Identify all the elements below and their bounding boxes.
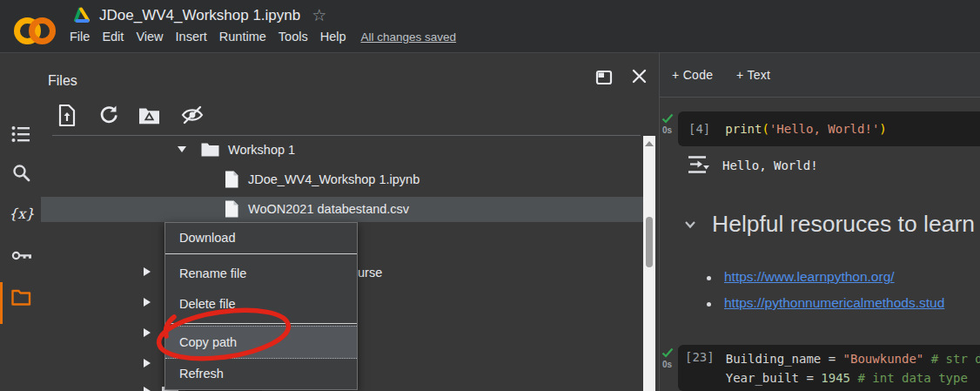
cell-gutter: 0s xyxy=(660,111,679,146)
menu-tools[interactable]: Tools xyxy=(279,30,308,44)
menu-bar: File Edit View Insert Runtime Tools Help… xyxy=(70,30,456,44)
token-plain: Building_name = xyxy=(726,352,843,366)
expand-arrow-icon[interactable] xyxy=(144,359,151,367)
token-paren: ( xyxy=(762,122,769,136)
code-line: Area = 14847.0 # float data type xyxy=(726,388,980,391)
section-collapse-chevron-icon[interactable] xyxy=(684,220,696,229)
notebook-title[interactable]: JDoe_WV4_Workshop 1.ipynb xyxy=(99,7,300,24)
check-icon xyxy=(661,347,674,358)
drive-icon xyxy=(73,7,91,24)
cell-gutter: 0s xyxy=(660,346,679,391)
code-block[interactable]: Building_name = "Bouwkunde" # str data t… xyxy=(726,350,980,391)
close-panel-icon[interactable] xyxy=(631,68,648,84)
colab-logo-right-ring xyxy=(29,17,56,44)
token-paren: ) xyxy=(879,122,886,136)
scrollbar-up-arrow-icon[interactable] xyxy=(645,141,654,146)
token-string: 'Hello, World!' xyxy=(769,122,879,136)
menu-divider xyxy=(165,323,357,324)
left-sidebar: {x} xyxy=(0,52,41,391)
files-folder-icon[interactable] xyxy=(11,289,31,306)
menu-help[interactable]: Help xyxy=(320,30,346,44)
context-menu-delete-file[interactable]: Delete file xyxy=(165,289,357,320)
code-line: Building_name = "Bouwkunde" # str data t… xyxy=(726,350,980,369)
hide-hidden-files-icon[interactable] xyxy=(180,104,205,125)
expand-arrow-icon[interactable] xyxy=(144,267,151,276)
table-of-contents-icon[interactable] xyxy=(11,125,30,143)
open-in-tab-icon[interactable] xyxy=(595,69,613,86)
active-tab-indicator xyxy=(0,282,3,324)
search-icon[interactable] xyxy=(11,163,31,183)
tree-label-fragment[interactable]: urse xyxy=(358,266,382,280)
scrollbar-thumb[interactable] xyxy=(646,217,653,267)
collapse-arrow-icon[interactable] xyxy=(178,146,186,152)
token-function: print xyxy=(725,122,762,136)
tree-file-label-selected[interactable]: WoON2021 databestand.csv xyxy=(248,202,409,216)
token-comment: # int data type xyxy=(850,371,968,385)
code-cell[interactable]: [4] print('Hello, World!') xyxy=(678,111,980,146)
notebook-toolbar: + Code + Text xyxy=(660,53,980,98)
context-menu-download[interactable]: Download xyxy=(165,223,357,253)
context-menu-refresh[interactable]: Refresh xyxy=(165,359,357,389)
output-icon[interactable] xyxy=(687,155,711,174)
expand-arrow-icon[interactable] xyxy=(144,387,151,391)
check-icon xyxy=(661,113,674,124)
token-comment: # str data type xyxy=(923,352,980,366)
top-header: JDoe_WV4_Workshop 1.ipynb ☆ File Edit Vi… xyxy=(0,0,980,53)
title-row: JDoe_WV4_Workshop 1.ipynb ☆ xyxy=(73,5,326,25)
expand-arrow-icon[interactable] xyxy=(144,298,151,307)
exec-count: [4] xyxy=(688,122,710,136)
colab-logo-icon[interactable] xyxy=(14,10,56,40)
context-menu-rename-file[interactable]: Rename file xyxy=(165,259,357,289)
expand-arrow-icon[interactable] xyxy=(144,328,151,337)
markdown-heading: Helpful resoruces to learn xyxy=(712,211,975,238)
menu-file[interactable]: File xyxy=(70,30,90,44)
exec-time: 0s xyxy=(662,360,679,369)
menu-divider xyxy=(165,253,357,254)
bullet-dot xyxy=(707,276,711,280)
cell-output-text: Hello, World! xyxy=(722,158,818,172)
secrets-key-icon[interactable] xyxy=(11,248,33,263)
add-text-button[interactable]: + Text xyxy=(736,68,770,82)
refresh-icon[interactable] xyxy=(98,104,119,126)
code-line[interactable]: print('Hello, World!') xyxy=(725,122,886,136)
menu-runtime[interactable]: Runtime xyxy=(219,30,266,44)
file-icon xyxy=(225,171,238,188)
menu-edit[interactable]: Edit xyxy=(102,30,124,44)
link-learnpython[interactable]: https://www.learnpython.org/ xyxy=(724,269,895,285)
save-status[interactable]: All changes saved xyxy=(361,30,457,44)
files-panel-title: Files xyxy=(48,73,77,89)
toolbar-divider xyxy=(52,135,641,136)
code-cell[interactable]: [23] Building_name = "Bouwkunde" # str d… xyxy=(678,345,980,391)
context-menu-copy-path[interactable]: Copy path xyxy=(165,326,357,359)
file-icon xyxy=(225,200,238,218)
code-line: Year_built = 1945 # int data type xyxy=(726,369,980,388)
token-number: 1945 xyxy=(821,371,850,385)
panel-divider[interactable] xyxy=(659,52,660,391)
file-context-menu: Download Rename file Delete file Copy pa… xyxy=(164,222,358,390)
menu-insert[interactable]: Insert xyxy=(176,30,207,44)
bullet-dot xyxy=(707,302,711,307)
exec-count: [23] xyxy=(685,350,715,391)
tree-file-label[interactable]: JDoe_WV4_Workshop 1.ipynb xyxy=(248,172,420,186)
add-code-button[interactable]: + Code xyxy=(672,68,713,82)
tree-folder-label[interactable]: Workshop 1 xyxy=(228,143,295,157)
exec-time: 0s xyxy=(662,125,679,135)
mount-drive-icon[interactable] xyxy=(138,106,160,125)
menu-view[interactable]: View xyxy=(136,30,163,44)
upload-file-icon[interactable] xyxy=(57,104,77,127)
files-scrollbar[interactable] xyxy=(643,136,655,391)
variables-icon[interactable]: {x} xyxy=(9,206,34,222)
token-plain: Year_built = xyxy=(726,371,822,385)
star-icon[interactable]: ☆ xyxy=(312,5,326,25)
colab-window: JDoe_WV4_Workshop 1.ipynb ☆ File Edit Vi… xyxy=(0,0,980,391)
token-string: "Bouwkunde" xyxy=(843,352,924,366)
folder-icon xyxy=(201,142,219,157)
link-pythonnumericalmethods[interactable]: https://pythonnumericalmethods.stud xyxy=(724,295,944,311)
